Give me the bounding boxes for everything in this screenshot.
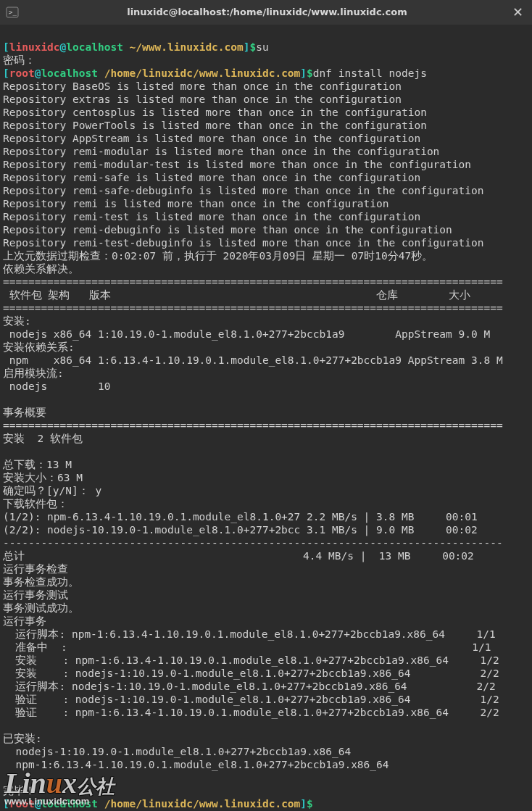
txn-row: 验证 : npm-1:6.13.4-1.10.19.0.1.module_el8… bbox=[3, 707, 499, 718]
prompt-line: [root@localhost /home/linuxidc/www.linux… bbox=[3, 798, 313, 810]
download-row: (2/2): nodejs-10.19.0-1.module_el8.1.0+2… bbox=[3, 524, 478, 536]
repo-warning: Repository centosplus is listed more tha… bbox=[3, 107, 427, 118]
package-row: npm x86_64 1:6.13.4-1.10.19.0.1.module_e… bbox=[3, 354, 503, 366]
divider: ========================================… bbox=[3, 302, 503, 314]
confirm-prompt: 确定吗？[y/N]： y bbox=[3, 485, 101, 496]
run-check: 运行事务检查 bbox=[3, 563, 68, 575]
installed-row: nodejs-1:10.19.0-1.module_el8.1.0+277+2b… bbox=[3, 746, 351, 757]
section-stream: 启用模块流: bbox=[3, 367, 64, 379]
repo-warning: Repository remi-debuginfo is listed more… bbox=[3, 224, 452, 236]
repo-warning: Repository BaseOS is listed more than on… bbox=[3, 80, 402, 92]
txn-row: 验证 : nodejs-1:10.19.0-1.module_el8.1.0+2… bbox=[3, 694, 499, 705]
metadata-check: 上次元数据过期检查：0:02:07 前，执行于 2020年03月09日 星期一 … bbox=[3, 250, 433, 262]
installed-header: 已安装: bbox=[3, 733, 42, 744]
repo-warning: Repository remi-safe is listed more than… bbox=[3, 172, 420, 183]
svg-text:>_: >_ bbox=[9, 9, 17, 16]
repo-warning: Repository remi-modular-test is listed m… bbox=[3, 159, 471, 170]
txn-row: 运行脚本: npm-1:6.13.4-1.10.19.0.1.module_el… bbox=[3, 628, 496, 640]
deps-resolved: 依赖关系解决。 bbox=[3, 263, 79, 275]
repo-warning: Repository extras is listed more than on… bbox=[3, 93, 402, 105]
window-titlebar: >_ linuxidc@localhost:/home/linuxidc/www… bbox=[0, 0, 532, 25]
section-deps: 安装依赖关系: bbox=[3, 341, 75, 353]
done: 完毕！ bbox=[3, 785, 36, 797]
repo-warning: Repository remi-modular is listed more t… bbox=[3, 146, 439, 157]
terminal-app-icon: >_ bbox=[6, 6, 19, 19]
divider: ========================================… bbox=[3, 420, 503, 431]
repo-warning: Repository remi-safe-debuginfo is listed… bbox=[3, 185, 483, 196]
run-test: 运行事务测试 bbox=[3, 589, 68, 601]
txn-row: 安装 : npm-1:6.13.4-1.10.19.0.1.module_el8… bbox=[3, 654, 499, 666]
repo-warning: Repository PowerTools is listed more tha… bbox=[3, 120, 427, 131]
download-row: (1/2): npm-6.13.4-1.10.19.0.1.module_el8… bbox=[3, 511, 478, 523]
summary-title: 事务概要 bbox=[3, 407, 46, 418]
txn-row: 准备中 : 1/1 bbox=[3, 641, 491, 653]
download-total: 总计 4.4 MB/s | 13 MB 00:02 bbox=[3, 550, 474, 562]
test-ok: 事务测试成功。 bbox=[3, 602, 79, 614]
divider: ========================================… bbox=[3, 276, 503, 288]
close-icon[interactable]: ✕ bbox=[510, 6, 526, 19]
password-prompt: 密码： bbox=[3, 54, 36, 66]
terminal-output[interactable]: [linuxidc@localhost ~/www.linuxidc.com]$… bbox=[0, 25, 532, 811]
repo-warning: Repository AppStream is listed more than… bbox=[3, 133, 420, 144]
package-row: nodejs 10 bbox=[3, 380, 110, 392]
prompt-line: [linuxidc@localhost ~/www.linuxidc.com]$… bbox=[3, 41, 269, 53]
prompt-line: [root@localhost /home/linuxidc/www.linux… bbox=[3, 67, 427, 79]
table-header: 软件包 架构 版本 仓库 大小 bbox=[3, 289, 470, 301]
install-size: 安装大小：63 M bbox=[3, 472, 83, 483]
run-txn: 运行事务 bbox=[3, 615, 46, 627]
check-ok: 事务检查成功。 bbox=[3, 576, 79, 588]
total-download: 总下载：13 M bbox=[3, 459, 72, 470]
section-install: 安装: bbox=[3, 315, 31, 327]
package-row: nodejs x86_64 1:10.19.0-1.module_el8.1.0… bbox=[3, 328, 490, 340]
repo-warning: Repository remi-test is listed more than… bbox=[3, 211, 420, 222]
installed-row: npm-1:6.13.4-1.10.19.0.1.module_el8.1.0+… bbox=[3, 759, 389, 770]
summary-install: 安装 2 软件包 bbox=[3, 433, 83, 444]
divider: ----------------------------------------… bbox=[3, 537, 503, 549]
window-title: linuxidc@localhost:/home/linuxidc/www.li… bbox=[25, 6, 510, 19]
txn-row: 运行脚本: nodejs-1:10.19.0-1.module_el8.1.0+… bbox=[3, 681, 496, 692]
download-header: 下载软件包： bbox=[3, 498, 68, 510]
repo-warning: Repository remi-test-debuginfo is listed… bbox=[3, 237, 483, 249]
repo-warning: Repository remi is listed more than once… bbox=[3, 198, 389, 209]
txn-row: 安装 : nodejs-1:10.19.0-1.module_el8.1.0+2… bbox=[3, 667, 499, 679]
